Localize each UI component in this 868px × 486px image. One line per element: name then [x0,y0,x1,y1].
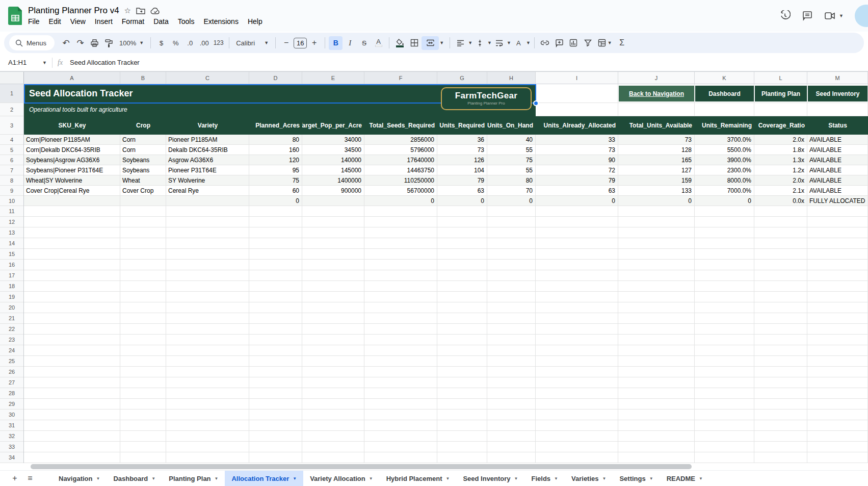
cell[interactable] [249,217,302,227]
cell[interactable] [302,399,364,410]
cell[interactable]: 72 [536,165,618,175]
cell[interactable]: 14463750 [364,165,437,175]
cell[interactable] [754,399,807,410]
cell[interactable] [807,442,868,452]
row-header-32[interactable]: 32 [0,431,23,442]
cell[interactable]: 34500 [302,145,364,155]
column-header-K[interactable]: K [695,72,754,84]
cell[interactable] [437,399,487,410]
cell[interactable] [807,388,868,399]
cell[interactable]: Soybeans [120,155,166,165]
cell[interactable] [536,238,618,249]
cell[interactable]: 55 [487,165,536,175]
cell[interactable] [302,335,364,345]
cell[interactable] [487,249,536,260]
create-filter-button[interactable] [581,36,595,50]
cell[interactable] [249,335,302,345]
cell[interactable] [24,270,120,281]
cell[interactable]: 159 [618,175,695,186]
cell[interactable] [24,442,120,452]
cell[interactable] [120,388,166,399]
cell[interactable] [618,227,695,238]
cell[interactable] [807,227,868,238]
farmtechgear-logo[interactable]: FarmTechGearPlanting Planner Pro [441,87,532,110]
cell[interactable] [754,335,807,345]
cell[interactable] [166,292,249,302]
cell[interactable]: Wheat [120,175,166,186]
currency-format-button[interactable]: $ [154,36,168,50]
cell[interactable] [364,249,437,260]
cell[interactable] [437,227,487,238]
row-header-10[interactable]: 10 [0,196,23,206]
cell[interactable] [249,206,302,217]
cell[interactable] [754,410,807,420]
cell[interactable] [695,281,754,292]
cell[interactable] [695,103,754,116]
cell[interactable] [120,410,166,420]
cell[interactable] [807,356,868,367]
cell[interactable] [754,452,807,463]
cell[interactable] [302,356,364,367]
cell[interactable] [618,206,695,217]
row-header-21[interactable]: 21 [0,313,23,324]
column-header-L[interactable]: L [754,72,807,84]
cell[interactable]: 73 [536,145,618,155]
cell[interactable] [754,238,807,249]
cell[interactable] [536,217,618,227]
cell[interactable] [754,442,807,452]
cell[interactable] [618,388,695,399]
cell[interactable]: 60 [249,186,302,196]
nav-button-planting-plan[interactable]: Planting Plan [755,86,807,101]
cell[interactable] [24,217,120,227]
cell[interactable] [618,281,695,292]
row-header-4[interactable]: 4 [0,135,23,145]
cell[interactable] [487,345,536,356]
cell[interactable]: 2300.0% [695,165,754,175]
cell[interactable] [695,442,754,452]
cell[interactable]: 2856000 [364,135,437,145]
cell[interactable] [166,238,249,249]
cell[interactable]: 0 [618,196,695,206]
menu-item-format[interactable]: Format [118,17,148,26]
font-select[interactable]: Calibri ▼ [233,36,272,50]
cell[interactable]: 128 [618,145,695,155]
cell[interactable] [120,324,166,335]
cell[interactable] [487,356,536,367]
cell[interactable] [166,281,249,292]
cell[interactable] [618,302,695,313]
column-header-cell[interactable]: Crop [120,116,166,135]
merge-options-caret[interactable]: ▼ [439,40,444,45]
cell[interactable] [807,281,868,292]
cell[interactable] [249,431,302,442]
cell[interactable] [618,238,695,249]
cell[interactable] [166,313,249,324]
cell[interactable] [249,238,302,249]
cell[interactable] [807,399,868,410]
cell[interactable] [618,442,695,452]
cell[interactable]: 110250000 [364,175,437,186]
cell[interactable] [120,217,166,227]
cell[interactable] [120,302,166,313]
cell[interactable] [120,292,166,302]
cell[interactable] [302,367,364,377]
cell[interactable] [807,431,868,442]
cell[interactable]: 0 [364,196,437,206]
cell[interactable] [618,452,695,463]
cell[interactable]: AVAILABLE [807,165,868,175]
cell[interactable] [120,442,166,452]
avatar[interactable] [855,5,868,27]
row-header-30[interactable]: 30 [0,410,23,420]
cell[interactable] [120,399,166,410]
row-header-9[interactable]: 9 [0,186,23,196]
cell[interactable]: 1.3x [754,155,807,165]
menu-item-tools[interactable]: Tools [174,17,199,26]
cell[interactable]: Corn|Pioneer P1185AM [24,135,120,145]
cell[interactable] [437,442,487,452]
cell[interactable] [618,313,695,324]
cloud-status-icon[interactable] [150,7,161,15]
paint-format-button[interactable] [102,36,116,50]
cell[interactable] [695,217,754,227]
cell[interactable] [754,103,807,116]
cell[interactable] [302,345,364,356]
cell[interactable] [695,206,754,217]
